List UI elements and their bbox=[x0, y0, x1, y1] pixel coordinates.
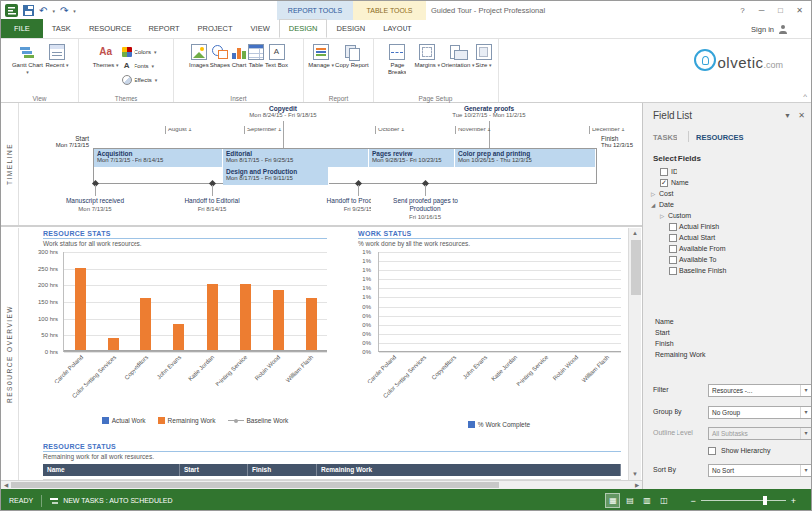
checkbox-actual-start[interactable] bbox=[669, 234, 677, 242]
zoom-thumb[interactable] bbox=[763, 496, 767, 505]
qat-customize-caret[interactable]: ▾ bbox=[73, 8, 76, 14]
work-status-chart[interactable] bbox=[378, 252, 621, 352]
checkbox-baseline-finish[interactable] bbox=[669, 267, 677, 275]
task-usage-view-button[interactable]: ▤ bbox=[622, 493, 637, 508]
expand-icon[interactable]: ▷ bbox=[651, 191, 659, 197]
themes-button[interactable]: Aa Themes ▾ bbox=[93, 41, 119, 91]
selected-field-finish[interactable]: Finish bbox=[655, 338, 804, 349]
column-header-remaining-work[interactable]: Remaining Work bbox=[317, 464, 621, 476]
horizontal-scrollbar-thumb[interactable] bbox=[11, 482, 499, 488]
checkbox-actual-finish[interactable] bbox=[669, 223, 677, 231]
timeline-callout-handoff-editorial[interactable]: Handoff to Editorial Fri 8/14/15 bbox=[157, 197, 267, 213]
table-button[interactable]: Table bbox=[248, 41, 264, 91]
vertical-scrollbar[interactable]: ▲ ▼ bbox=[628, 228, 641, 480]
group-by-dropdown[interactable]: No Group bbox=[708, 406, 812, 419]
column-header-start[interactable]: Start bbox=[180, 464, 248, 476]
minimize-button[interactable]: ─ bbox=[752, 1, 771, 20]
resource-overview-report[interactable]: RESOURCE OVERVIEW RESOURCE STATS Work st… bbox=[1, 228, 642, 480]
field-item-baseline-finish[interactable]: Baseline Finish bbox=[649, 265, 808, 276]
ribbon-tab-file-0[interactable]: FILE bbox=[1, 19, 43, 38]
timeline-phase-acquisition[interactable]: Acquisition Mon 7/13/15 - Fri 8/14/15 bbox=[94, 149, 223, 167]
tab-tasks[interactable]: TASKS bbox=[653, 133, 677, 142]
resource-status-table-header[interactable]: NameStartFinishRemaining Work bbox=[43, 464, 621, 476]
zoom-in-icon[interactable]: + bbox=[791, 496, 796, 506]
tab-resources[interactable]: RESOURCES bbox=[696, 133, 744, 142]
timeline-pane[interactable]: TIMELINE Copyedit Mon 8/24/15 - Fri 9/18… bbox=[1, 103, 642, 227]
field-item-cost[interactable]: ▷Cost bbox=[649, 188, 808, 199]
checkbox-available-from[interactable] bbox=[669, 245, 677, 253]
gantt-chart-button[interactable]: Gantt Chart ▾ bbox=[10, 41, 44, 91]
ribbon-tab-resource-2[interactable]: RESOURCE bbox=[80, 19, 140, 38]
timeline-phase-color-prep[interactable]: Color prep and printing Mon 10/26/15 - T… bbox=[455, 149, 596, 167]
text-box-button[interactable]: A Text Box bbox=[265, 41, 288, 91]
ribbon-tab-report-3[interactable]: REPORT bbox=[139, 19, 188, 38]
field-list-close-icon[interactable]: ✕ bbox=[798, 111, 805, 120]
selected-field-start[interactable]: Start bbox=[655, 327, 804, 338]
outline-level-dropdown[interactable]: All Subtasks bbox=[708, 427, 812, 440]
timeline-phase-pages-review[interactable]: Pages review Mon 9/28/15 - Fri 10/23/15 bbox=[369, 149, 455, 167]
ribbon-tab-task-1[interactable]: TASK bbox=[43, 19, 80, 38]
close-button[interactable]: ✕ bbox=[790, 1, 809, 20]
selected-field-name[interactable]: Name bbox=[655, 316, 804, 327]
effects-button[interactable]: Effects▾ bbox=[120, 73, 160, 86]
filter-dropdown[interactable]: Resources -... bbox=[708, 384, 812, 397]
collapse-ribbon-icon[interactable]: ^ bbox=[803, 93, 807, 101]
scroll-down-icon[interactable]: ▼ bbox=[629, 469, 641, 480]
field-item-custom[interactable]: ▷Custom bbox=[649, 210, 808, 221]
ribbon-tab-design-6[interactable]: DESIGN bbox=[279, 19, 328, 38]
timeline-phase-editorial[interactable]: Editorial Mon 8/17/15 - Fri 9/25/15 bbox=[223, 149, 369, 167]
ribbon-tab-design-7[interactable]: DESIGN bbox=[327, 19, 374, 38]
margins-button[interactable]: Margins ▾ bbox=[414, 41, 440, 91]
column-header-name[interactable]: Name bbox=[43, 464, 180, 476]
checkbox-available-to[interactable] bbox=[669, 256, 677, 264]
field-item-available-from[interactable]: Available From bbox=[649, 243, 808, 254]
save-icon[interactable] bbox=[23, 5, 34, 16]
page-breaks-button[interactable]: Page Breaks bbox=[380, 41, 413, 91]
timeline-callout-send-proofed-pages[interactable]: Send proofed pages to Production Fri 10/… bbox=[371, 197, 480, 221]
ribbon-tab-layout-8[interactable]: LAYOUT bbox=[374, 19, 420, 38]
checkbox-id[interactable] bbox=[660, 168, 668, 176]
field-item-actual-start[interactable]: Actual Start bbox=[649, 232, 808, 243]
shapes-button[interactable]: Shapes bbox=[210, 41, 230, 91]
timeline-callout-manuscript-received[interactable]: Manuscript received Mon 7/13/15 bbox=[40, 197, 149, 213]
copy-report-button[interactable]: Copy Report bbox=[335, 41, 369, 91]
timeline-phase-design-production[interactable]: Design and Production Mon 8/17/15 - Fri … bbox=[223, 167, 329, 185]
field-item-date[interactable]: ◢Date bbox=[649, 199, 808, 210]
redo-icon[interactable]: ↷ bbox=[60, 5, 68, 16]
undo-icon[interactable]: ↶ bbox=[39, 5, 47, 16]
size-button[interactable]: Size ▾ bbox=[476, 41, 492, 91]
show-hierarchy-checkbox[interactable] bbox=[708, 447, 716, 455]
scroll-left-icon[interactable]: ◀ bbox=[1, 481, 11, 489]
maximize-button[interactable]: □ bbox=[771, 1, 790, 20]
zoom-out-icon[interactable]: − bbox=[690, 496, 695, 506]
ribbon-tab-view-5[interactable]: VIEW bbox=[242, 19, 279, 38]
team-planner-view-button[interactable]: ▥ bbox=[639, 493, 654, 508]
images-button[interactable]: Images bbox=[189, 41, 209, 91]
collapse-icon[interactable]: ◢ bbox=[651, 202, 659, 208]
undo-dropdown-caret[interactable]: ▾ bbox=[52, 8, 55, 14]
checkbox-name[interactable]: ✓ bbox=[660, 179, 668, 187]
orientation-button[interactable]: Orientation ▾ bbox=[441, 41, 475, 91]
field-item-id[interactable]: ID bbox=[649, 166, 808, 177]
colors-button[interactable]: Colors▾ bbox=[120, 45, 160, 58]
sort-by-dropdown[interactable]: No Sort bbox=[708, 464, 812, 477]
ribbon-tab-project-4[interactable]: PROJECT bbox=[189, 19, 242, 38]
sign-in-area[interactable]: Sign in bbox=[751, 20, 787, 39]
manage-button[interactable]: Manage ▾ bbox=[308, 41, 334, 91]
resource-sheet-view-button[interactable]: ◫ bbox=[656, 493, 671, 508]
vertical-scrollbar-thumb[interactable] bbox=[631, 240, 641, 295]
field-item-actual-finish[interactable]: Actual Finish bbox=[649, 221, 808, 232]
recent-button[interactable]: Recent ▾ bbox=[45, 41, 68, 91]
horizontal-scrollbar[interactable]: ◀ ▶ bbox=[1, 480, 642, 489]
pane-options-caret-icon[interactable]: ▼ bbox=[784, 112, 791, 119]
resource-stats-chart[interactable] bbox=[63, 252, 327, 352]
chart-button[interactable]: Chart bbox=[231, 41, 247, 91]
field-item-available-to[interactable]: Available To bbox=[649, 254, 808, 265]
column-header-finish[interactable]: Finish bbox=[248, 464, 317, 476]
zoom-track[interactable] bbox=[701, 500, 786, 501]
timeline-callout-generate-proofs[interactable]: Generate proofs Tue 10/27/15 - Mon 11/2/… bbox=[390, 105, 589, 118]
sign-in-label[interactable]: Sign in bbox=[751, 25, 774, 34]
scroll-up-icon[interactable]: ▲ bbox=[629, 228, 641, 239]
timeline-band[interactable]: Acquisition Mon 7/13/15 - Fri 8/14/15 Ed… bbox=[93, 148, 597, 184]
fonts-button[interactable]: A Fonts▾ bbox=[120, 59, 160, 72]
